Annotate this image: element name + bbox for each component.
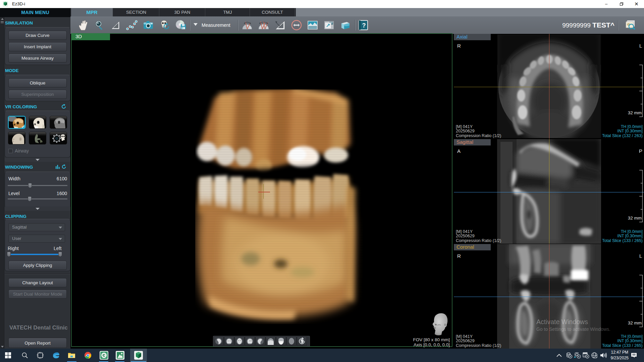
svg-text:?: ? [362, 22, 366, 29]
